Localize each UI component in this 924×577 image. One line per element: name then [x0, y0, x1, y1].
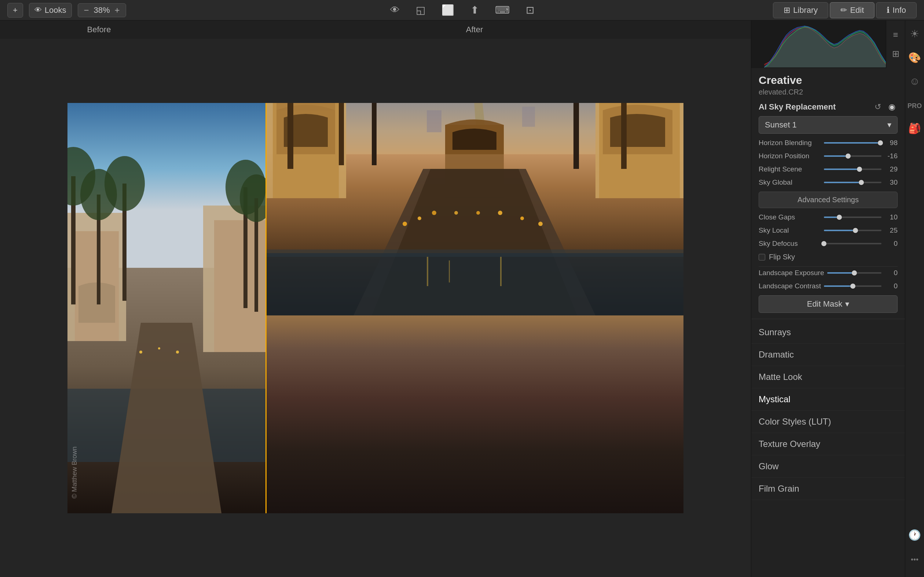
main-area: Before After	[0, 21, 924, 577]
before-label: Before	[0, 21, 198, 39]
tool-item-mystical[interactable]: Mystical	[751, 388, 905, 411]
edit-tab-button[interactable]: ✏ Edit	[830, 2, 874, 18]
fullscreen-button[interactable]: ⊡	[522, 2, 538, 18]
panel-content[interactable]: Creative elevated.CR2 AI Sky Replacement…	[751, 68, 905, 577]
chevron-down-icon: ▾	[887, 120, 892, 130]
info-tab-button[interactable]: ℹ Info	[876, 2, 917, 18]
sky-local-row: Sky Local 25	[759, 226, 898, 234]
bag-icon-button[interactable]: 🎒	[906, 120, 923, 137]
pro-button[interactable]: PRO	[905, 97, 924, 113]
svg-rect-42	[573, 103, 579, 169]
edit-mask-label: Edit Mask	[807, 299, 843, 309]
horizon-blending-thumb[interactable]	[878, 140, 883, 145]
zoom-control: − 38% +	[78, 3, 126, 17]
svg-point-50	[418, 216, 421, 220]
landscape-contrast-thumb[interactable]	[850, 284, 855, 288]
svg-rect-60	[596, 103, 683, 198]
sun-icon-button[interactable]: ☀	[908, 26, 921, 42]
svg-rect-41	[372, 103, 376, 165]
relight-scene-thumb[interactable]	[857, 167, 862, 172]
smiley-icon-button[interactable]: ☺	[907, 73, 922, 89]
sky-global-fill	[824, 182, 861, 183]
sky-defocus-row: Sky Defocus 0	[759, 240, 898, 248]
tool-item-glow[interactable]: Glow	[751, 455, 905, 478]
photo-before: © Matthew Brown	[68, 103, 265, 513]
landscape-contrast-row: Landscape Contrast 0	[759, 282, 898, 290]
sky-defocus-thumb[interactable]	[821, 241, 827, 246]
sky-local-thumb[interactable]	[853, 228, 858, 233]
svg-rect-48	[500, 257, 502, 286]
image-canvas: © Matthew Brown	[0, 39, 751, 577]
svg-point-53	[476, 211, 480, 215]
crop-button[interactable]: ⬜	[438, 2, 458, 18]
compare-button[interactable]: ◱	[412, 2, 429, 18]
landscape-exposure-track[interactable]	[827, 272, 882, 274]
sky-preset-dropdown[interactable]: Sunset 1 ▾	[759, 116, 898, 134]
landscape-exposure-fill	[827, 272, 855, 274]
flip-sky-checkbox[interactable]	[759, 254, 765, 261]
tool-item-sunrays[interactable]: Sunrays	[751, 321, 905, 343]
divider-2	[751, 319, 905, 319]
sky-global-row: Sky Global 30	[759, 179, 898, 187]
share-icon: ⬆	[470, 4, 479, 16]
panel-title: Creative	[759, 74, 898, 87]
ai-sky-header: AI Sky Replacement ↺ ◉	[759, 102, 898, 113]
library-tab-button[interactable]: ⊞ Library	[773, 2, 828, 18]
sky-global-thumb[interactable]	[859, 180, 864, 185]
visibility-button[interactable]: ◉	[886, 102, 898, 113]
right-icon-strip: ☀ 🎨 ☺ PRO 🎒 🕐 •••	[905, 21, 924, 577]
share-button[interactable]: ⬆	[467, 2, 483, 18]
pro-label: PRO	[908, 102, 922, 110]
creative-tools-list: Sunrays Dramatic Matte Look Mystical Col…	[751, 321, 905, 500]
ai-sky-title: AI Sky Replacement	[759, 102, 836, 112]
svg-point-18	[158, 347, 160, 350]
looks-icon: 👁	[34, 6, 42, 14]
close-gaps-track[interactable]	[824, 216, 882, 218]
layers-button[interactable]: ≡	[892, 28, 900, 41]
horizon-blending-label: Horizon Blending	[759, 139, 821, 147]
svg-point-54	[498, 211, 502, 215]
tool-item-color-styles[interactable]: Color Styles (LUT)	[751, 411, 905, 433]
add-button[interactable]: +	[7, 3, 23, 18]
svg-rect-44	[265, 253, 683, 316]
sky-defocus-track[interactable]	[824, 243, 882, 244]
eye-button[interactable]: 👁	[386, 2, 403, 18]
svg-point-9	[105, 156, 145, 211]
tool-item-film-grain[interactable]: Film Grain	[751, 478, 905, 500]
close-gaps-label: Close Gaps	[759, 213, 821, 221]
svg-rect-46	[427, 257, 428, 286]
close-gaps-thumb[interactable]	[837, 215, 842, 220]
reset-button[interactable]: ↺	[872, 102, 883, 113]
more-icon-button[interactable]: •••	[909, 551, 921, 567]
svg-point-56	[538, 222, 543, 226]
relight-scene-label: Relight Scene	[759, 165, 821, 173]
horizon-position-label: Horizon Position	[759, 152, 821, 160]
palette-icon-button[interactable]: 🎨	[906, 50, 923, 66]
tool-item-dramatic[interactable]: Dramatic	[751, 343, 905, 366]
sliders-button[interactable]: ⊞	[891, 47, 901, 60]
zoom-plus-button[interactable]: +	[113, 5, 122, 15]
clock-icon-button[interactable]: 🕐	[906, 527, 923, 543]
horizon-position-track[interactable]	[824, 155, 882, 157]
keyboard-button[interactable]: ⌨	[491, 2, 513, 18]
edit-mask-button[interactable]: Edit Mask ▾	[759, 295, 898, 313]
layers-icon: ≡	[893, 30, 898, 40]
svg-point-51	[432, 211, 436, 215]
tool-item-matte-look[interactable]: Matte Look	[751, 366, 905, 388]
svg-point-17	[139, 351, 142, 353]
horizon-blending-track[interactable]	[824, 142, 882, 143]
sky-global-track[interactable]	[824, 182, 882, 183]
sky-local-track[interactable]	[824, 230, 882, 231]
sky-global-label: Sky Global	[759, 179, 821, 187]
landscape-exposure-thumb[interactable]	[852, 270, 857, 276]
relight-scene-track[interactable]	[824, 169, 882, 170]
photo-after	[265, 103, 683, 513]
photo-container: © Matthew Brown	[68, 103, 683, 513]
looks-button[interactable]: 👁 Looks	[29, 3, 72, 18]
horizon-position-thumb[interactable]	[845, 153, 851, 159]
zoom-minus-button[interactable]: −	[82, 5, 91, 15]
landscape-contrast-track[interactable]	[824, 285, 882, 287]
advanced-settings-button[interactable]: Advanced Settings	[759, 192, 898, 208]
landscape-contrast-fill	[824, 285, 853, 287]
tool-item-texture-overlay[interactable]: Texture Overlay	[751, 433, 905, 455]
